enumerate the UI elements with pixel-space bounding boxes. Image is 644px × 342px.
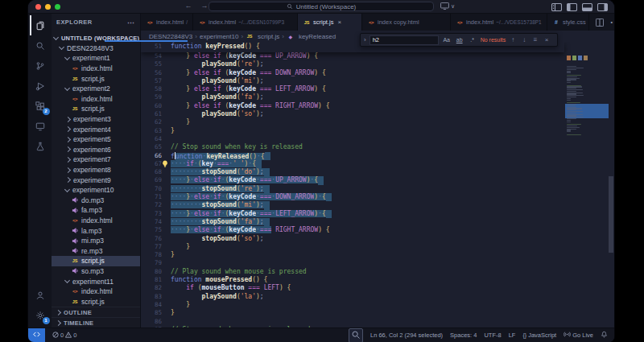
regex-toggle[interactable]: .* — [468, 37, 477, 43]
problems-status[interactable]: 0 0 — [52, 332, 76, 340]
more-actions-icon[interactable]: ⋯ — [609, 14, 614, 30]
minimap[interactable] — [565, 53, 609, 158]
status-cursor-position[interactable]: Ln 66, Col 2 (294 selected) — [370, 332, 443, 339]
line-number[interactable]: 66 — [141, 152, 162, 160]
code-line-82[interactable]: 82 if (mouseButton === LEFT) { — [141, 284, 564, 292]
line-number[interactable]: 73 — [141, 210, 162, 218]
line-number[interactable]: 82 — [141, 284, 162, 292]
folder-tree-item[interactable]: experiment7 — [52, 155, 140, 165]
toggle-secondary-sidebar-icon[interactable] — [597, 3, 608, 11]
accounts-icon[interactable] — [30, 285, 51, 305]
search-icon[interactable] — [30, 35, 51, 56]
file-tree-item[interactable]: <>index.html — [52, 94, 140, 105]
explorer-icon[interactable] — [30, 15, 51, 35]
folder-tree-item[interactable]: experiment4 — [52, 124, 140, 134]
screen-share-button[interactable]: ∨ — [440, 2, 455, 10]
code-line-65[interactable]: 65// Stop sound when key is released — [141, 143, 564, 151]
toggle-replace-icon[interactable]: › — [364, 36, 366, 43]
line-number[interactable]: 59 — [141, 93, 162, 101]
line-number[interactable]: 64 — [141, 135, 162, 143]
status-go-live[interactable]: Go Live — [564, 331, 593, 340]
close-tab-icon[interactable]: × — [337, 19, 341, 26]
code-line-67[interactable]: 67····if·(key·===·' ')·{ — [141, 160, 564, 168]
line-number[interactable]: 68 — [141, 168, 162, 176]
line-number[interactable]: 83 — [141, 293, 162, 301]
file-tree-item[interactable]: JSscript.js — [52, 296, 140, 307]
code-line-60[interactable]: 60 } else if (keyCode === RIGHT_ARROW) { — [141, 102, 564, 110]
line-number[interactable]: 85 — [141, 309, 162, 317]
line-number[interactable]: 84 — [141, 301, 162, 309]
file-tree-item[interactable]: re.mp3 — [52, 245, 140, 256]
code-line-58[interactable]: 58 } else if (keyCode === LEFT_ARROW) { — [141, 85, 564, 93]
outline-section[interactable]: OUTLINE — [52, 307, 140, 317]
find-input[interactable] — [369, 35, 439, 45]
toggle-sidebar-icon[interactable] — [567, 3, 577, 11]
code-line-72[interactable]: 72········stopSound('mi'); — [141, 201, 564, 209]
tab-index-html[interactable]: <>index.html/ — [141, 14, 193, 31]
line-number[interactable]: 62 — [141, 118, 162, 126]
match-case-toggle[interactable]: Aa — [442, 37, 452, 43]
remote-explorer-icon[interactable] — [30, 116, 51, 136]
line-number[interactable]: 76 — [141, 235, 162, 243]
status-notifications[interactable] — [601, 331, 608, 340]
code-area[interactable]: 54 } else if (keyCode === UP_ARROW) {55 … — [141, 42, 614, 328]
line-number[interactable]: 81 — [141, 276, 162, 284]
file-tree-item[interactable]: JSscript.js — [52, 73, 140, 84]
folder-tree-item[interactable]: experiment10 — [52, 185, 140, 196]
timeline-section[interactable]: TIMELINE — [52, 317, 140, 328]
line-number[interactable]: 54 — [141, 52, 162, 60]
navigate-back-button[interactable]: ← — [183, 2, 194, 10]
code-line-85[interactable]: 85} — [141, 309, 564, 317]
line-number[interactable]: 78 — [141, 251, 162, 259]
tab-style-css[interactable]: #style.css — [547, 14, 589, 31]
find-in-selection-button[interactable]: ≡ — [531, 36, 539, 43]
code-line-75[interactable]: 75····}·else·if·(keyCode·=== RIGHT_ARROW… — [141, 226, 564, 234]
line-number[interactable]: 72 — [141, 201, 162, 209]
line-number[interactable]: 51 — [141, 43, 162, 51]
status-eol[interactable]: LF — [509, 332, 516, 339]
code-line-76[interactable]: 76 stopSound('so'); — [141, 235, 564, 243]
tab-script-js[interactable]: JSscript.js× — [298, 14, 362, 31]
line-number[interactable]: 75 — [141, 226, 162, 234]
code-line-68[interactable]: 68········stopSound('do'); — [141, 168, 564, 176]
status-status-search[interactable] — [349, 328, 363, 342]
code-line-73[interactable]: 73····}·else·if·(keyCode·===·LEFT_ARROW)… — [141, 210, 564, 218]
tab-index-html[interactable]: <>index.html~/.../DESN10799P3 — [193, 14, 298, 31]
line-number[interactable]: 86 — [141, 318, 162, 326]
navigate-forward-button[interactable]: → — [199, 2, 210, 10]
remote-indicator[interactable] — [28, 328, 45, 342]
source-control-icon[interactable] — [30, 56, 51, 76]
status-encoding[interactable]: UTF-8 — [484, 332, 501, 339]
run-and-debug-icon[interactable] — [30, 76, 51, 96]
line-number[interactable]: 58 — [141, 85, 162, 93]
status-indentation[interactable]: Spaces: 4 — [450, 332, 477, 339]
testing-icon[interactable] — [30, 136, 51, 156]
file-tree-item[interactable]: <>index.html — [52, 216, 140, 226]
code-line-77[interactable]: 77 } — [141, 243, 564, 251]
file-tree-item[interactable]: <>index.html — [52, 286, 140, 297]
code-line-78[interactable]: 78} — [141, 251, 564, 259]
tab-index-copy-html[interactable]: <>index copy.html — [362, 14, 451, 31]
line-number[interactable]: 63 — [141, 127, 162, 135]
code-line-74[interactable]: 74········stopSound('fa'); — [141, 218, 564, 226]
line-number[interactable]: 69 — [141, 176, 162, 184]
folder-tree-item[interactable]: experiment11 — [52, 276, 140, 286]
line-number[interactable]: 65 — [141, 143, 162, 151]
extensions-icon[interactable]: 2 — [30, 96, 51, 116]
line-number[interactable]: 60 — [141, 102, 162, 110]
file-tree-item[interactable]: JSscript.js — [52, 256, 140, 266]
code-line-81[interactable]: 81function mousePressed() { — [141, 276, 564, 284]
code-line-54[interactable]: 54 } else if (keyCode === UP_ARROW) { — [141, 52, 564, 60]
file-tree-item[interactable]: <>index.html — [52, 64, 140, 74]
folder-tree-item[interactable]: experiment5 — [52, 134, 140, 145]
code-line-63[interactable]: 63} — [141, 127, 564, 135]
code-editor[interactable]: DESN22848V3›experiment10›JSscript.js›◆ke… — [141, 31, 614, 328]
line-number[interactable]: 67 — [141, 160, 162, 168]
file-tree-item[interactable]: so.mp3 — [52, 266, 140, 277]
line-number[interactable]: 79 — [141, 259, 162, 267]
line-number[interactable]: 55 — [141, 60, 162, 68]
command-center[interactable]: Untitled (Workspace) — [208, 2, 434, 11]
line-number[interactable]: 87 — [141, 326, 162, 328]
code-line-84[interactable]: 84 } — [141, 301, 564, 309]
code-line-66[interactable]: 66function·keyReleased()·{ — [141, 152, 564, 160]
